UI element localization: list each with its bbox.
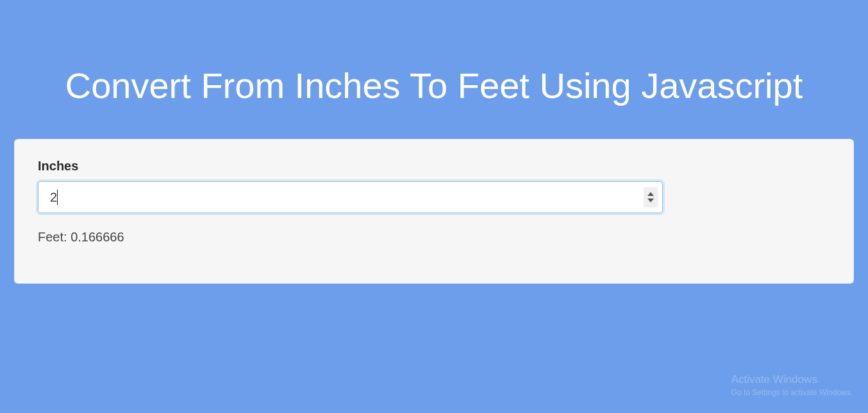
text-caret <box>57 190 58 205</box>
feet-result: Feet: 0.166666 <box>38 230 830 245</box>
result-prefix: Feet: <box>38 230 71 244</box>
inches-input-wrapper <box>38 181 663 213</box>
page-title: Convert From Inches To Feet Using Javasc… <box>0 0 868 139</box>
inches-label: Inches <box>38 159 830 174</box>
windows-watermark: Activate Windows Go to Settings to activ… <box>731 373 853 398</box>
inches-input[interactable] <box>38 181 663 213</box>
converter-card: Inches Feet: 0.166666 <box>14 139 854 284</box>
spinner-down-icon[interactable] <box>647 198 654 202</box>
result-value: 0.166666 <box>71 230 124 244</box>
watermark-title: Activate Windows <box>731 373 853 387</box>
watermark-subtitle: Go to Settings to activate Windows. <box>731 387 853 398</box>
number-spinner <box>644 187 658 207</box>
spinner-up-icon[interactable] <box>647 192 654 196</box>
